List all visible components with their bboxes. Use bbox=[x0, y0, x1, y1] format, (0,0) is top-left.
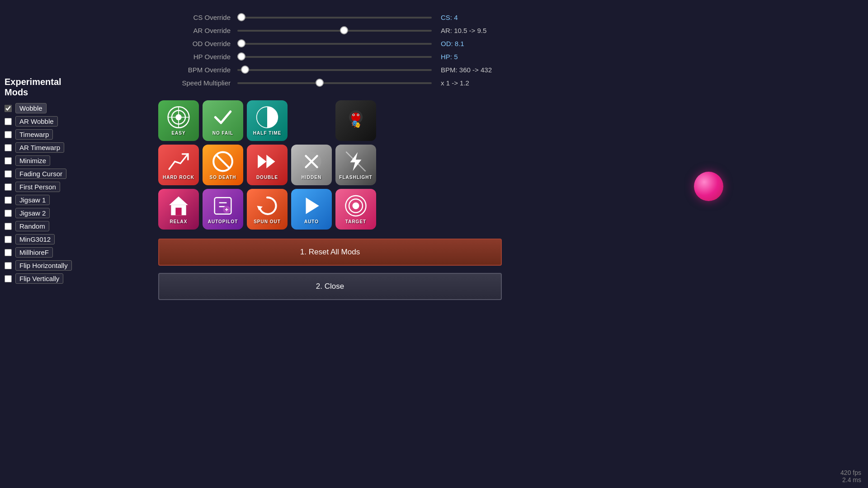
checkbox-item-fading-cursor[interactable]: Fading Cursor bbox=[5, 169, 86, 179]
svg-text:🎭: 🎭 bbox=[351, 119, 361, 129]
checkbox-item-ar-wobble[interactable]: AR Wobble bbox=[5, 116, 86, 127]
slider-input-hp[interactable] bbox=[237, 52, 432, 61]
checkbox-item-flip-v[interactable]: Flip Vertically bbox=[5, 273, 86, 284]
mods-grid-area: EASYNO FAILHALF TIME🎭HARD ROCKSO DEATHDO… bbox=[158, 100, 701, 230]
slider-value-od: OD: 8.1 bbox=[441, 40, 513, 47]
checkbox-label-millhioref: MillhioreF bbox=[15, 247, 53, 258]
mod-graphic-suddendeath bbox=[212, 150, 234, 173]
mod-icon-spunout[interactable]: SPUN OUT bbox=[247, 189, 288, 230]
checkbox-item-flip-h[interactable]: Flip Horizontally bbox=[5, 260, 86, 271]
sliders-list: CS OverrideCS: 4AR OverrideAR: 10.5 -> 9… bbox=[158, 14, 701, 87]
mod-icon-double[interactable]: DOUBLE bbox=[247, 145, 288, 185]
slider-row-ar: AR OverrideAR: 10.5 -> 9.5 bbox=[158, 27, 701, 34]
checkbox-item-first-person[interactable]: First Person bbox=[5, 182, 86, 192]
mod-graphic-relax bbox=[167, 195, 190, 217]
checkbox-item-random[interactable]: Random bbox=[5, 221, 86, 231]
slider-label-hp: HP Override bbox=[158, 53, 231, 61]
checkbox-item-millhioref[interactable]: MillhioreF bbox=[5, 247, 86, 258]
mod-label-easy: EASY bbox=[171, 131, 185, 136]
checkbox-label-jigsaw2: Jigsaw 2 bbox=[15, 208, 50, 218]
sidebar-title: Experimental Mods bbox=[5, 77, 86, 98]
slider-row-speed: Speed Multiplierx 1 -> 1.2 bbox=[158, 79, 701, 87]
sliders-area: CS OverrideCS: 4AR OverrideAR: 10.5 -> 9… bbox=[158, 14, 701, 87]
slider-row-od: OD OverrideOD: 8.1 bbox=[158, 40, 701, 47]
slider-input-cs[interactable] bbox=[237, 13, 432, 21]
checkbox-label-fading-cursor: Fading Cursor bbox=[15, 169, 66, 179]
checkbox-minimize[interactable] bbox=[5, 157, 12, 164]
mod-icon-jigsaw-face[interactable]: 🎭 bbox=[335, 100, 376, 141]
mod-icon-easy[interactable]: EASY bbox=[158, 100, 199, 141]
svg-marker-15 bbox=[258, 155, 266, 169]
mod-label-relax: RELAX bbox=[170, 219, 188, 224]
mod-label-hidden: HIDDEN bbox=[302, 175, 321, 180]
mod-icon-hardrock[interactable]: HARD ROCK bbox=[158, 145, 199, 185]
mod-icon-target[interactable]: TARGET bbox=[335, 189, 376, 230]
svg-point-10 bbox=[353, 114, 354, 115]
mod-icon-suddendeath[interactable]: SO DEATH bbox=[203, 145, 243, 185]
slider-input-od[interactable] bbox=[237, 39, 432, 47]
checkbox-random[interactable] bbox=[5, 223, 12, 230]
checkbox-item-minimize[interactable]: Minimize bbox=[5, 155, 86, 166]
fps-counter: 420 fps 2.4 ms bbox=[840, 469, 861, 483]
mod-row-row2: HARD ROCKSO DEATHDOUBLEHIDDENFLASHLIGHT bbox=[158, 145, 701, 185]
checkbox-ar-wobble[interactable] bbox=[5, 118, 12, 125]
checkbox-jigsaw2[interactable] bbox=[5, 210, 12, 217]
slider-track-speed bbox=[237, 82, 432, 84]
checkbox-label-wobble: Wobble bbox=[15, 103, 47, 113]
checkbox-ming3012[interactable] bbox=[5, 236, 12, 243]
checkbox-wobble[interactable] bbox=[5, 105, 12, 112]
mod-label-auto: AUTO bbox=[304, 219, 319, 224]
mod-icon-autopilot[interactable]: AUTOPILOT bbox=[203, 189, 243, 230]
checkbox-item-wobble[interactable]: Wobble bbox=[5, 103, 86, 113]
mod-icon-relax[interactable]: RELAX bbox=[158, 189, 199, 230]
mod-label-autopilot: AUTOPILOT bbox=[208, 219, 238, 224]
mod-label-double: DOUBLE bbox=[256, 175, 278, 180]
ms-value: 2.4 ms bbox=[840, 476, 861, 483]
mod-icon-nofail[interactable]: NO FAIL bbox=[203, 100, 243, 141]
svg-marker-16 bbox=[266, 155, 275, 169]
slider-row-bpm: BPM OverrideBPM: 360 -> 432 bbox=[158, 66, 701, 74]
slider-input-bpm[interactable] bbox=[237, 66, 432, 74]
checkbox-timewarp[interactable] bbox=[5, 131, 12, 138]
checkbox-flip-v[interactable] bbox=[5, 275, 12, 282]
checkbox-list: WobbleAR WobbleTimewarpAR TimewarpMinimi… bbox=[5, 103, 86, 284]
slider-track-ar bbox=[237, 30, 432, 32]
slider-label-speed: Speed Multiplier bbox=[158, 79, 231, 87]
reset-all-mods-button[interactable]: 1. Reset All Mods bbox=[158, 239, 502, 266]
checkbox-item-timewarp[interactable]: Timewarp bbox=[5, 129, 86, 140]
mod-icon-halftime[interactable]: HALF TIME bbox=[247, 100, 288, 141]
checkbox-label-timewarp: Timewarp bbox=[15, 129, 53, 140]
slider-value-speed: x 1 -> 1.2 bbox=[441, 79, 513, 87]
main-content: CS OverrideCS: 4AR OverrideAR: 10.5 -> 9… bbox=[158, 14, 701, 300]
slider-input-speed[interactable] bbox=[237, 79, 432, 87]
checkbox-item-jigsaw1[interactable]: Jigsaw 1 bbox=[5, 195, 86, 205]
experimental-mods-sidebar: Experimental Mods WobbleAR WobbleTimewar… bbox=[0, 72, 90, 291]
close-button[interactable]: 2. Close bbox=[158, 273, 502, 300]
mod-icon-auto[interactable]: AUTO bbox=[291, 189, 332, 230]
checkbox-item-ming3012[interactable]: MinG3012 bbox=[5, 234, 86, 244]
checkbox-label-random: Random bbox=[15, 221, 49, 231]
checkbox-jigsaw1[interactable] bbox=[5, 197, 12, 204]
svg-point-11 bbox=[358, 114, 359, 115]
mod-icon-hidden[interactable]: HIDDEN bbox=[291, 145, 332, 185]
slider-input-ar[interactable] bbox=[237, 26, 432, 34]
checkbox-millhioref[interactable] bbox=[5, 249, 12, 256]
checkbox-flip-h[interactable] bbox=[5, 262, 12, 269]
checkbox-fading-cursor[interactable] bbox=[5, 170, 12, 178]
mod-graphic-spunout bbox=[256, 195, 278, 217]
mod-graphic-autopilot bbox=[212, 195, 234, 217]
mod-graphic-easy bbox=[167, 106, 190, 129]
mod-graphic-double bbox=[256, 150, 278, 173]
checkbox-item-jigsaw2[interactable]: Jigsaw 2 bbox=[5, 208, 86, 218]
svg-line-14 bbox=[216, 155, 230, 169]
checkbox-first-person[interactable] bbox=[5, 183, 12, 191]
slider-value-hp: HP: 5 bbox=[441, 53, 513, 61]
slider-label-bpm: BPM Override bbox=[158, 66, 231, 74]
mod-graphic-hardrock bbox=[167, 150, 190, 173]
svg-point-35 bbox=[353, 202, 359, 209]
slider-track-hp bbox=[237, 56, 432, 58]
checkbox-ar-timewarp[interactable] bbox=[5, 144, 12, 151]
mod-icon-flashlight[interactable]: FLASHLIGHT bbox=[335, 145, 376, 185]
mod-graphic-target bbox=[344, 195, 367, 217]
checkbox-item-ar-timewarp[interactable]: AR Timewarp bbox=[5, 142, 86, 153]
